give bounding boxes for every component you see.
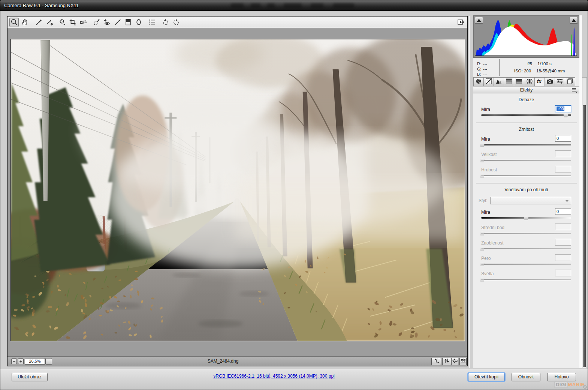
canvas-surround <box>7 28 467 356</box>
vignette-midpoint-input <box>555 224 571 230</box>
vignette-section-title: Vinětování po oříznutí <box>473 187 579 192</box>
slider-thumb[interactable] <box>480 142 485 147</box>
camera-calibration-tab-icon <box>546 78 554 86</box>
zoom-tool-button[interactable] <box>9 18 19 27</box>
grain-amount-input[interactable]: 0 <box>555 135 571 142</box>
open-copy-button[interactable]: Otevřít kopii <box>468 373 505 381</box>
hand-tool-button[interactable] <box>20 18 29 27</box>
hsl-tab-icon <box>505 78 513 86</box>
vignette-roundness-label: Zaoblenost <box>481 240 503 246</box>
filename-label: SAM_2484.dng <box>7 358 438 364</box>
grain-roughness-label: Hrubost <box>481 167 497 172</box>
grain-size-slider <box>481 158 571 163</box>
swap-before-after-button[interactable] <box>442 358 451 365</box>
crop-icon <box>69 18 76 26</box>
tab-lens-corrections[interactable] <box>524 77 534 86</box>
preview-mode-button[interactable] <box>431 358 441 365</box>
background-menu-blur <box>267 3 275 8</box>
titlebar[interactable]: Camera Raw 9.1 - Samsung NX11 <box>0 0 588 11</box>
toolbar <box>7 16 467 28</box>
background-menu-blur <box>333 3 354 8</box>
workflow-options-link[interactable]: sRGB IEC61966-2.1; 16 bitů; 4592 x 3056 … <box>158 374 390 379</box>
presets-tab-icon <box>556 78 564 86</box>
tab-camera-calibration[interactable] <box>545 77 555 86</box>
grain-amount-row: Míra 0 <box>481 135 571 147</box>
zoom-icon <box>10 18 18 26</box>
window-title: Camera Raw 9.1 - Samsung NX11 <box>4 3 79 8</box>
grain-amount-slider[interactable] <box>481 142 571 147</box>
tab-detail[interactable] <box>494 77 504 86</box>
panel-title: Efekty <box>520 87 533 93</box>
dehaze-amount-slider[interactable] <box>481 113 571 118</box>
vignette-feather-row: Pero <box>481 254 571 267</box>
white-balance-tool-button[interactable] <box>34 18 43 27</box>
vignette-amount-row: Míra 0 <box>481 208 571 220</box>
panel-scrollbar[interactable] <box>582 77 587 368</box>
graduated-filter-tool-button[interactable] <box>123 18 133 27</box>
vignette-midpoint-label: Střední bod <box>481 225 504 230</box>
crop-tool-button[interactable] <box>68 18 77 27</box>
vignette-style-select[interactable] <box>490 197 571 204</box>
tab-snapshots[interactable] <box>565 77 575 86</box>
targeted-adjustment-tool-button[interactable] <box>57 18 67 27</box>
background-menu-blur <box>284 3 302 8</box>
camera-raw-window: Camera Raw 9.1 - Samsung NX11 <box>0 0 588 390</box>
preferences-button[interactable] <box>147 18 157 27</box>
vignette-amount-slider[interactable] <box>481 216 571 220</box>
rotate-left-button[interactable] <box>161 18 170 27</box>
slider-thumb[interactable] <box>563 113 568 117</box>
adjustments-panel: R:--- G:--- B:--- f/51/100 s ISO: 20018-… <box>473 15 579 368</box>
vignette-feather-slider <box>481 262 571 267</box>
straighten-icon <box>79 18 87 26</box>
reset-button[interactable]: Obnovit <box>512 373 540 381</box>
left-arrow-icon <box>452 357 458 366</box>
adjustment-brush-tool-button[interactable] <box>113 18 122 27</box>
section-divider <box>476 183 577 183</box>
spot-removal-tool-button[interactable] <box>92 18 101 27</box>
grain-roughness-input <box>555 166 571 172</box>
graduated-filter-icon <box>124 18 132 26</box>
straighten-tool-button[interactable] <box>78 18 88 27</box>
scrollbar-thumb[interactable] <box>583 105 586 367</box>
panel-menu-icon[interactable] <box>571 87 578 93</box>
aperture-value: f/5 <box>527 62 532 66</box>
tab-tone-curve[interactable] <box>484 77 494 86</box>
background-menu-blur <box>231 3 244 8</box>
vignette-feather-label: Pero <box>481 256 491 261</box>
section-divider <box>476 123 577 123</box>
grain-roughness-slider <box>481 173 571 178</box>
vignette-amount-input[interactable]: 0 <box>555 208 571 215</box>
radial-filter-tool-button[interactable] <box>134 18 143 27</box>
tab-presets[interactable] <box>555 77 565 86</box>
effects-panel: Dehaze Míra +90 Zrnitost Míra 0 <box>473 93 579 368</box>
rotate-right-button[interactable] <box>171 18 181 27</box>
color-sampler-icon <box>46 18 53 26</box>
slider-thumb <box>480 246 485 251</box>
red-eye-tool-button[interactable] <box>102 18 112 27</box>
preview-settings-button[interactable] <box>459 358 467 365</box>
tab-split-toning[interactable] <box>514 77 524 86</box>
save-image-button[interactable]: Uložit obraz <box>12 373 48 381</box>
dehaze-section-title: Dehaze <box>473 97 579 102</box>
tone-curve-tab-icon <box>485 78 492 86</box>
slider-thumb[interactable] <box>524 216 529 220</box>
iso-value: ISO: 200 <box>514 69 531 73</box>
hand-icon <box>21 18 28 26</box>
fullscreen-toggle-button[interactable] <box>456 18 465 27</box>
panel-tabs: fx <box>473 77 575 86</box>
vignette-style-row: Styl: <box>479 197 571 204</box>
slider-thumb <box>480 231 485 236</box>
dehaze-amount-input[interactable]: +90 <box>555 105 571 112</box>
copy-settings-button[interactable] <box>451 358 458 365</box>
resize-grip[interactable] <box>583 385 587 389</box>
grain-roughness-row: Hrubost <box>481 165 571 178</box>
photo-preview[interactable] <box>10 39 465 341</box>
color-sampler-tool-button[interactable] <box>45 18 54 27</box>
tab-hsl-grayscale[interactable] <box>504 77 514 86</box>
tab-basic[interactable] <box>473 77 484 86</box>
shutter-value: 1/100 s <box>537 62 552 66</box>
done-button[interactable]: Hotovo <box>547 373 576 381</box>
tab-effects[interactable]: fx <box>535 77 545 86</box>
watermark: DIGIMANIE <box>554 382 585 387</box>
slider-thumb <box>480 173 485 178</box>
